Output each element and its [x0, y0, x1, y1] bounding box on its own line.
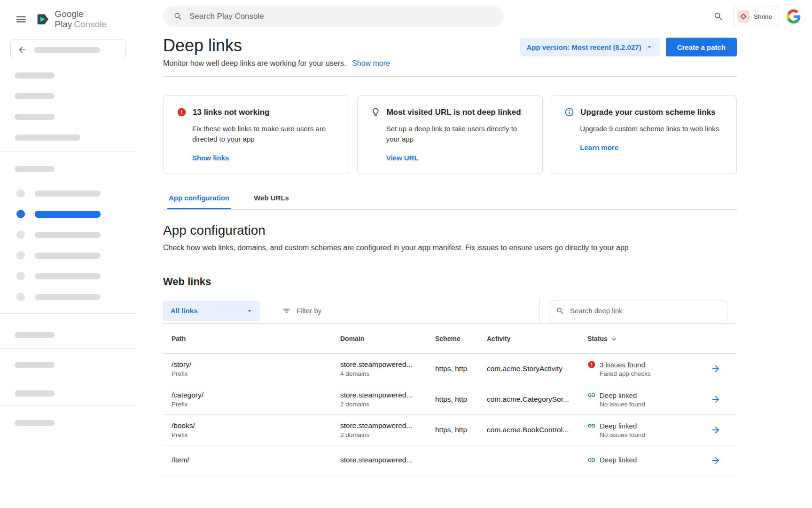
back-button[interactable] [10, 40, 126, 60]
shrine-app-icon [737, 10, 750, 23]
sidebar-nav-skeleton [0, 189, 136, 301]
open-row-arrow-icon[interactable] [710, 455, 721, 466]
skeleton-bar [34, 47, 100, 53]
open-row-arrow-icon[interactable] [710, 394, 721, 405]
page-title: Deep links [163, 36, 390, 56]
skeleton-bar [35, 232, 101, 238]
card-most-visited-url: Most visited URL is not deep linked Set … [357, 95, 543, 174]
path-value: /books/ [172, 421, 340, 430]
status-value: Deep linked [600, 456, 637, 464]
app-version-label: App version: Most recent (8.2.027) [526, 43, 641, 51]
skeleton-bar [35, 294, 101, 300]
page-subtitle: Monitor how well deep links are working … [163, 59, 346, 67]
skeleton-bar [15, 166, 55, 172]
path-note: Prefix [172, 401, 340, 408]
skeleton-dot [16, 189, 25, 198]
table-row[interactable]: /story/Prefix store.steampowered...4 dom… [163, 354, 737, 384]
divider [539, 298, 540, 323]
play-console-app: Google PlayConsole [0, 0, 812, 508]
sidebar-skeleton-group [15, 362, 136, 397]
domain-value: store.steampowered... [340, 391, 435, 399]
info-icon [564, 107, 574, 117]
topbar-actions: Shrine [711, 6, 801, 27]
status-note: No issues found [600, 401, 710, 408]
filter-icon [282, 307, 291, 315]
divider [163, 76, 737, 77]
learn-more-link[interactable]: Learn more [580, 143, 618, 151]
domain-note: 4 domains [340, 370, 435, 377]
card-body: Upgrade 9 custom scheme links to web lin… [580, 124, 723, 134]
links-filter-label: All links [171, 307, 198, 315]
section-title: App configuration [163, 223, 737, 238]
lightbulb-icon [371, 107, 381, 117]
card-links-not-working: 13 links not working Fix these web links… [163, 95, 349, 174]
web-links-toolbar: All links Filter by [163, 298, 737, 324]
open-row-arrow-icon[interactable] [710, 425, 721, 435]
path-value: /item/ [172, 456, 340, 464]
deep-link-search-input[interactable] [570, 307, 720, 315]
card-title: 13 links not working [193, 108, 269, 117]
skeleton-bar [35, 253, 101, 259]
column-activity: Activity [487, 335, 587, 342]
play-console-logo: Google PlayConsole [36, 9, 136, 30]
domain-value: store.steampowered... [340, 360, 435, 369]
skeleton-bar [15, 332, 55, 338]
skeleton-bar [35, 190, 101, 197]
filter-by-label: Filter by [297, 307, 321, 315]
tab-web-urls[interactable]: Web URLs [252, 194, 291, 209]
deep-link-search[interactable] [549, 301, 727, 321]
app-switcher-label: Shrine [754, 13, 772, 20]
table-row[interactable]: /item/ store.steampowered... Deep linked [163, 445, 737, 476]
tab-app-configuration[interactable]: App configuration [167, 194, 231, 209]
web-links-heading: Web links [163, 276, 737, 288]
show-links-link[interactable]: Show links [192, 154, 229, 162]
table-row[interactable]: /category/Prefix store.steampowered...2 … [163, 384, 737, 415]
app-switcher-chip[interactable]: Shrine [733, 7, 779, 26]
logo-text-secondary: Console [74, 19, 107, 29]
sidebar-item-selected[interactable] [0, 210, 136, 218]
path-value: /story/ [172, 360, 340, 369]
filter-by-button[interactable]: Filter by [282, 307, 321, 315]
error-icon [177, 107, 187, 117]
sidebar-item-skeleton [0, 230, 136, 239]
sidebar-skeleton-group [15, 332, 136, 340]
deep-link-icon [587, 421, 596, 430]
skeleton-bar [15, 390, 55, 397]
skeleton-bar [35, 273, 101, 279]
global-search[interactable] [163, 6, 503, 27]
domain-value: store.steampowered... [340, 456, 435, 464]
google-account-avatar[interactable] [787, 9, 801, 24]
skeleton-bar [15, 114, 55, 120]
status-value: Deep linked [600, 391, 637, 399]
activity-value: com.acme.StoryActivity [487, 365, 587, 373]
show-more-link[interactable]: Show more [352, 59, 390, 67]
menu-button[interactable] [13, 11, 29, 27]
card-title: Most visited URL is not deep linked [387, 108, 521, 117]
app-version-dropdown[interactable]: App version: Most recent (8.2.027) [520, 38, 660, 56]
scheme-value: https, http [435, 426, 487, 434]
path-note: Prefix [172, 370, 340, 377]
card-body: Fix these web links to make sure users a… [192, 124, 336, 144]
create-patch-button[interactable]: Create a patch [666, 38, 737, 56]
view-url-link[interactable]: View URL [386, 154, 419, 162]
scheme-value: https, http [435, 395, 487, 404]
skeleton-dot [16, 230, 25, 239]
activity-value: com.acme.BookControl... [487, 426, 587, 434]
sidebar-skeleton-group [15, 72, 136, 141]
open-row-arrow-icon[interactable] [710, 364, 721, 374]
links-filter-dropdown[interactable]: All links [163, 301, 260, 321]
table-header: Path Domain Scheme Activity Status [163, 324, 737, 354]
skeleton-bar [15, 135, 80, 141]
skeleton-dot [16, 272, 25, 280]
domain-note: 2 domains [340, 401, 435, 408]
global-search-input[interactable] [189, 12, 493, 21]
table-row[interactable]: /books/Prefix store.steampowered...2 dom… [163, 415, 737, 445]
divider [0, 151, 136, 151]
column-status-sort[interactable]: Status [587, 335, 710, 342]
hamburger-icon [15, 13, 27, 25]
sidebar-item-skeleton [0, 251, 136, 260]
insight-cards: 13 links not working Fix these web links… [163, 95, 737, 174]
skeleton-bar [15, 72, 55, 79]
skeleton-dot [16, 251, 25, 260]
search-button[interactable] [711, 9, 726, 24]
